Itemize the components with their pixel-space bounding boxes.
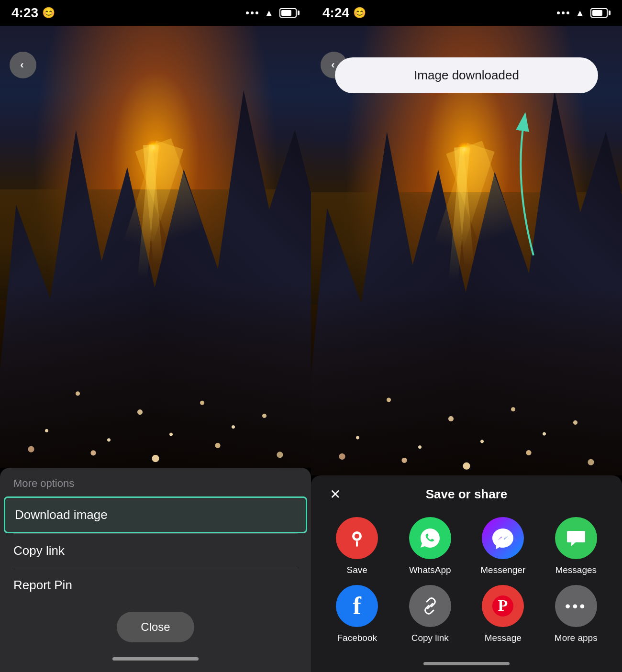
download-image-item[interactable]: Download image: [4, 496, 307, 533]
whatsapp-icon: [409, 517, 451, 559]
report-pin-label: Report Pin: [13, 578, 72, 592]
pinterest-svg: P: [491, 594, 515, 618]
teal-arrow: [505, 112, 543, 267]
wifi-icon: ▲: [264, 8, 274, 19]
right-home-bar: [423, 662, 510, 665]
share-title: Save or share: [426, 487, 508, 502]
save-icon: [336, 517, 378, 559]
left-status-emoji: 😊: [42, 7, 55, 19]
right-phone-panel: 4:24 😊 ▲: [311, 0, 622, 672]
facebook-icon: f: [336, 585, 378, 627]
sheet-close-area: Close: [0, 602, 311, 650]
right-image-area: ‹ Image downloaded: [311, 26, 622, 475]
signal-dots-icon: [246, 11, 258, 14]
download-image-label: Download image: [15, 507, 108, 522]
messenger-icon: [482, 517, 524, 559]
notification-text: Image downloaded: [414, 68, 519, 83]
share-item-save[interactable]: Save: [321, 517, 394, 575]
svg-point-2: [355, 534, 359, 539]
left-image-area: ‹: [0, 26, 311, 468]
left-bottom-sheet: More options Download image Copy link Re…: [0, 468, 311, 672]
right-status-emoji: 😊: [353, 7, 366, 19]
right-flower-dots: [311, 286, 622, 475]
messenger-svg: [491, 526, 515, 550]
flower-field: [0, 282, 311, 468]
right-status-time: 4:24 😊: [322, 5, 366, 21]
notification-pill: Image downloaded: [335, 57, 598, 93]
right-status-icons: ▲: [557, 8, 611, 19]
copylink-label: Copy link: [411, 633, 449, 643]
close-label: Close: [141, 620, 170, 633]
right-signal-dots-icon: [557, 11, 569, 14]
messages-label: Messages: [555, 565, 597, 575]
pin-svg: [346, 528, 367, 549]
facebook-f: f: [353, 585, 361, 627]
share-close-button[interactable]: ✕: [324, 484, 345, 505]
save-label: Save: [347, 565, 367, 575]
messages-icon: [555, 517, 597, 559]
close-button[interactable]: Close: [117, 612, 194, 642]
right-time-text: 4:24: [322, 5, 349, 21]
right-wifi-icon: ▲: [575, 8, 585, 19]
right-flower-field: [311, 286, 622, 475]
flower-dots: [0, 282, 311, 468]
right-home-indicator: [311, 655, 622, 672]
facebook-label: Facebook: [337, 633, 377, 643]
left-status-icons: ▲: [246, 8, 300, 19]
pinterest-icon: P: [482, 585, 524, 627]
right-battery-icon: [590, 8, 611, 18]
share-item-pinterest-message[interactable]: P Message: [466, 585, 540, 643]
right-back-chevron-icon: ‹: [331, 59, 334, 71]
share-item-copylink[interactable]: Copy link: [394, 585, 467, 643]
left-back-button[interactable]: ‹: [10, 52, 36, 78]
left-status-time: 4:23 😊: [11, 5, 55, 21]
svg-rect-3: [356, 541, 358, 547]
message-label: Message: [485, 633, 522, 643]
share-sheet: ✕ Save or share Save: [311, 475, 622, 672]
left-home-indicator: [0, 650, 311, 667]
share-item-messages[interactable]: Messages: [540, 517, 613, 575]
sheet-header: More options: [0, 477, 311, 496]
copy-link-label: Copy link: [13, 543, 65, 558]
share-header: ✕ Save or share: [311, 475, 622, 509]
left-time-text: 4:23: [11, 5, 38, 21]
photo-background: [0, 26, 311, 468]
link-svg: [419, 595, 441, 617]
close-x-icon: ✕: [330, 486, 341, 502]
moreapps-label: More apps: [555, 633, 598, 643]
svg-text:P: P: [498, 596, 508, 614]
left-home-bar: [112, 657, 199, 661]
share-item-moreapps[interactable]: ••• More apps: [540, 585, 613, 643]
messages-svg: [564, 526, 588, 550]
copylink-icon: [409, 585, 451, 627]
back-chevron-icon: ‹: [20, 59, 23, 71]
copy-link-item[interactable]: Copy link: [0, 534, 311, 568]
moreapps-icon: •••: [555, 585, 597, 627]
more-dots: •••: [565, 585, 587, 627]
share-apps-grid: Save WhatsApp: [311, 509, 622, 655]
share-item-whatsapp[interactable]: WhatsApp: [394, 517, 467, 575]
battery-icon: [279, 8, 300, 18]
report-pin-item[interactable]: Report Pin: [0, 568, 311, 602]
left-phone-panel: 4:23 😊 ▲: [0, 0, 311, 672]
messenger-label: Messenger: [480, 565, 525, 575]
share-item-facebook[interactable]: f Facebook: [321, 585, 394, 643]
arrow-svg: [505, 112, 543, 265]
whatsapp-svg: [418, 526, 442, 550]
share-item-messenger[interactable]: Messenger: [466, 517, 540, 575]
right-status-bar: 4:24 😊 ▲: [311, 0, 622, 26]
left-status-bar: 4:23 😊 ▲: [0, 0, 311, 26]
whatsapp-label: WhatsApp: [409, 565, 451, 575]
right-photo-background: [311, 26, 622, 475]
